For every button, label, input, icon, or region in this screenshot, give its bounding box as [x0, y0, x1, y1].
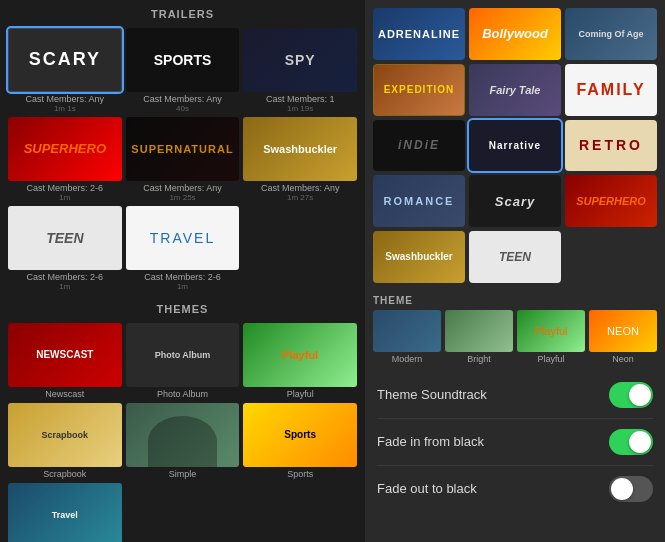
trailer-thumb-teen: TEEN [8, 206, 122, 270]
control-label-fade-in: Fade in from black [377, 434, 484, 449]
toggle-fade-in[interactable] [609, 429, 653, 455]
trailer-item-supernatural[interactable]: SUPERNATURAL Cast Members: Any 1m 25s [126, 117, 240, 202]
right-trailer-adrenaline[interactable]: ADRENALINE [373, 8, 465, 60]
theme-thumb-item-neon[interactable]: NEON Neon [589, 310, 657, 364]
toggle-theme-soundtrack[interactable] [609, 382, 653, 408]
theme-item-scrapbook[interactable]: Scrapbook Scrapbook [8, 403, 122, 479]
trailer-item-superhero[interactable]: SUPERHERO Cast Members: 2-6 1m [8, 117, 122, 202]
right-trailers-grid: ADRENALINEBollywoodComing Of AgeEXPEDITI… [365, 0, 665, 291]
trailers-section-title: TRAILERS [0, 0, 365, 24]
trailer-label-swashbuckler: Cast Members: Any [261, 183, 340, 193]
controls-section: Theme Soundtrack Fade in from black Fade… [365, 364, 665, 542]
trailer-thumb-travel: TRAVEL [126, 206, 240, 270]
theme-thumb-sports2: Sports [243, 403, 357, 467]
theme-thumb-img-bright [445, 310, 513, 352]
trailer-meta-supernatural: 1m 25s [169, 193, 195, 202]
theme-thumb-label-neon: Neon [612, 354, 634, 364]
trailer-thumb-supernatural: SUPERNATURAL [126, 117, 240, 181]
trailer-item-spy[interactable]: SPY Cast Members: 1 1m 19s [243, 28, 357, 113]
theme-thumb-newscast: NEWSCAST [8, 323, 122, 387]
trailers-grid: SCARY Cast Members: Any 1m 1s SPORTS Cas… [0, 24, 365, 295]
theme-thumb-photoalbum: Photo Album [126, 323, 240, 387]
theme-item-photoalbum[interactable]: Photo Album Photo Album [126, 323, 240, 399]
trailer-thumb-spy: SPY [243, 28, 357, 92]
theme-label-sports2: Sports [287, 469, 313, 479]
theme-thumb-img-neon: NEON [589, 310, 657, 352]
theme-thumb-travel2: Travel [8, 483, 122, 542]
trailer-label-teen: Cast Members: 2-6 [27, 272, 104, 282]
trailer-item-scary[interactable]: SCARY Cast Members: Any 1m 1s [8, 28, 122, 113]
theme-thumbs-row: Modern Bright Playful Playful NEON Neon [373, 310, 657, 364]
theme-thumb-simple [126, 403, 240, 467]
theme-label-photoalbum: Photo Album [157, 389, 208, 399]
trailer-meta-swashbuckler: 1m 27s [287, 193, 313, 202]
theme-thumb-item-bright[interactable]: Bright [445, 310, 513, 364]
theme-item-newscast[interactable]: NEWSCAST Newscast [8, 323, 122, 399]
theme-thumb-img-playful: Playful [517, 310, 585, 352]
trailer-meta-spy: 1m 19s [287, 104, 313, 113]
right-trailer-indie[interactable]: iNDiE [373, 120, 465, 172]
themes-section-title: THEMES [0, 295, 365, 319]
right-trailer-comingofage[interactable]: Coming Of Age [565, 8, 657, 60]
theme-item-travel2[interactable]: Travel Travel [8, 483, 122, 542]
trailer-label-superhero: Cast Members: 2-6 [27, 183, 104, 193]
trailer-meta-scary: 1m 1s [54, 104, 76, 113]
theme-section-title: THEME [373, 295, 657, 306]
right-trailer-fairytale[interactable]: Fairy Tale [469, 64, 561, 116]
control-row-fade-in: Fade in from black [377, 419, 653, 466]
theme-thumb-label-modern: Modern [392, 354, 423, 364]
control-label-fade-out: Fade out to black [377, 481, 477, 496]
control-row-theme-soundtrack: Theme Soundtrack [377, 372, 653, 419]
theme-thumb-item-playful[interactable]: Playful Playful [517, 310, 585, 364]
trailer-label-spy: Cast Members: 1 [266, 94, 335, 104]
right-trailer-family[interactable]: FAMILY [565, 64, 657, 116]
trailer-item-sports[interactable]: SPORTS Cast Members: Any 40s [126, 28, 240, 113]
control-row-fade-out: Fade out to black [377, 466, 653, 512]
trailer-item-teen[interactable]: TEEN Cast Members: 2-6 1m [8, 206, 122, 291]
trailer-meta-sports: 40s [176, 104, 189, 113]
right-trailer-swashbuckler2[interactable]: Swashbuckler [373, 231, 465, 283]
trailer-label-sports: Cast Members: Any [143, 94, 222, 104]
right-panel: ADRENALINEBollywoodComing Of AgeEXPEDITI… [365, 0, 665, 542]
right-trailer-scary2[interactable]: Scary [469, 175, 561, 227]
trailer-meta-travel: 1m [177, 282, 188, 291]
theme-label-simple: Simple [169, 469, 197, 479]
toggle-knob-theme-soundtrack [629, 384, 651, 406]
trailer-item-swashbuckler[interactable]: Swashbuckler Cast Members: Any 1m 27s [243, 117, 357, 202]
toggle-knob-fade-out [611, 478, 633, 500]
trailer-label-scary: Cast Members: Any [26, 94, 105, 104]
theme-thumb-scrapbook: Scrapbook [8, 403, 122, 467]
trailer-label-travel: Cast Members: 2-6 [144, 272, 221, 282]
theme-label-newscast: Newscast [45, 389, 84, 399]
theme-thumb-label-bright: Bright [467, 354, 491, 364]
control-label-theme-soundtrack: Theme Soundtrack [377, 387, 487, 402]
trailer-item-travel[interactable]: TRAVEL Cast Members: 2-6 1m [126, 206, 240, 291]
right-trailer-superhero2[interactable]: SUPERHERO [565, 175, 657, 227]
theme-item-playful[interactable]: Playful Playful [243, 323, 357, 399]
right-trailer-bollywood[interactable]: Bollywood [469, 8, 561, 60]
trailer-thumb-sports: SPORTS [126, 28, 240, 92]
trailer-thumb-superhero: SUPERHERO [8, 117, 122, 181]
trailer-meta-teen: 1m [59, 282, 70, 291]
theme-item-sports2[interactable]: Sports Sports [243, 403, 357, 479]
theme-section: THEME Modern Bright Playful Playful NEON… [365, 291, 665, 364]
right-trailer-retro[interactable]: RETRO [565, 120, 657, 172]
theme-thumb-playful: Playful [243, 323, 357, 387]
themes-grid: NEWSCAST Newscast Photo Album Photo Albu… [0, 319, 365, 542]
theme-thumb-label-playful: Playful [537, 354, 564, 364]
theme-item-simple[interactable]: Simple [126, 403, 240, 479]
theme-thumb-img-modern [373, 310, 441, 352]
right-trailer-romance[interactable]: ROMANCE [373, 175, 465, 227]
trailer-thumb-swashbuckler: Swashbuckler [243, 117, 357, 181]
toggle-knob-fade-in [629, 431, 651, 453]
toggle-fade-out[interactable] [609, 476, 653, 502]
left-panel: TRAILERS SCARY Cast Members: Any 1m 1s S… [0, 0, 365, 542]
trailer-thumb-scary: SCARY [8, 28, 122, 92]
right-trailer-expedition[interactable]: EXPEDITION [373, 64, 465, 116]
theme-label-scrapbook: Scrapbook [43, 469, 86, 479]
theme-label-playful: Playful [287, 389, 314, 399]
trailer-label-supernatural: Cast Members: Any [143, 183, 222, 193]
theme-thumb-item-modern[interactable]: Modern [373, 310, 441, 364]
right-trailer-teen2[interactable]: TEEN [469, 231, 561, 283]
right-trailer-narrative[interactable]: Narrative [469, 120, 561, 172]
